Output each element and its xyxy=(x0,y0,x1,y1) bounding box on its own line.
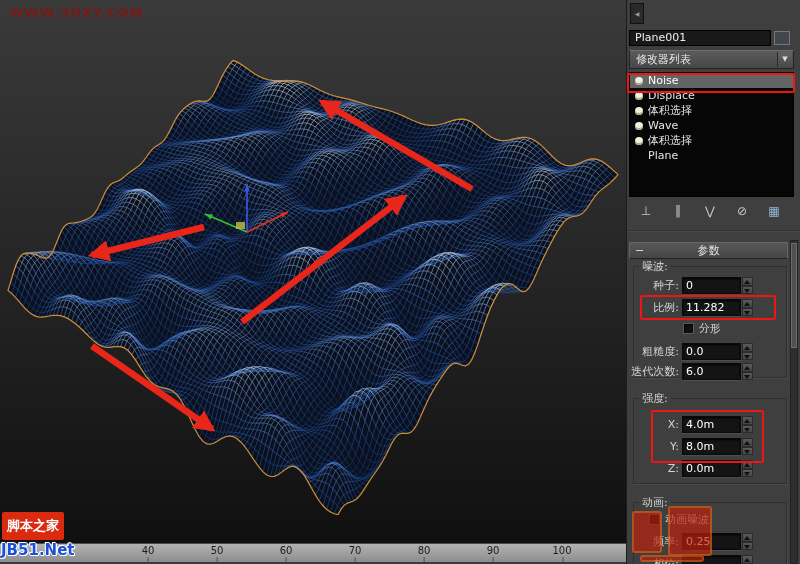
base-object-row-plane[interactable]: Plane xyxy=(630,148,793,163)
spinner-down-icon xyxy=(742,447,753,456)
roughness-spinner[interactable] xyxy=(742,343,753,360)
spinner-down-icon xyxy=(742,425,753,434)
spinner-up-icon xyxy=(742,416,753,425)
scale-spinner[interactable] xyxy=(742,299,753,316)
frequency-spinner[interactable] xyxy=(742,533,753,550)
panel-divider xyxy=(627,230,800,232)
modifier-stack: Noise Displace 体积选择 Wave 体积选择 Plane xyxy=(629,72,794,197)
phase-input[interactable] xyxy=(682,555,741,564)
strength-x-label: X: xyxy=(629,416,679,433)
pin-icon: ⊥ xyxy=(641,204,651,218)
bulb-icon[interactable] xyxy=(635,137,643,145)
panel-scrollbar-thumb[interactable] xyxy=(791,243,797,348)
animate-noise-label: 动画噪波 xyxy=(665,513,709,526)
spinner-down-icon xyxy=(742,286,753,295)
animation-group-label: 动画: xyxy=(639,495,671,510)
modifier-row-volselect-2[interactable]: 体积选择 xyxy=(630,133,793,148)
show-end-result-button[interactable]: ‖ xyxy=(665,201,691,221)
spinner-down-icon xyxy=(742,308,753,317)
timeline-tick: 40 xyxy=(142,545,155,556)
strength-z-label: Z: xyxy=(629,460,679,477)
jb51-logo: 脚本之家 JB51.Net xyxy=(0,510,90,564)
bulb-icon[interactable] xyxy=(635,77,643,85)
modifier-list-dropdown[interactable]: 修改器列表 ▼ xyxy=(629,50,794,69)
spinner-up-icon xyxy=(742,299,753,308)
collapse-icon: − xyxy=(635,243,644,258)
timeline-ruler[interactable]: 40 50 60 70 80 90 100 xyxy=(0,543,626,562)
spinner-up-icon xyxy=(742,460,753,469)
spinner-up-icon xyxy=(742,533,753,542)
iterations-spinner[interactable] xyxy=(742,363,753,380)
parameters-rollout-header[interactable]: − 参数 xyxy=(629,242,788,259)
spinner-up-icon xyxy=(742,363,753,372)
timeline-tick: 100 xyxy=(552,545,571,556)
spinner-up-icon xyxy=(742,277,753,286)
iterations-label: 迭代次数: xyxy=(629,363,679,380)
panel-collapse-button[interactable]: ◀ xyxy=(630,3,644,24)
panel-scrollbar[interactable] xyxy=(790,240,798,564)
spinner-up-icon xyxy=(742,438,753,447)
spinner-down-icon xyxy=(742,352,753,361)
modifier-row-noise[interactable]: Noise xyxy=(630,73,793,88)
configure-sets-icon: ▦ xyxy=(768,204,779,218)
scale-label: 比例: xyxy=(629,299,679,316)
phase-spinner[interactable] xyxy=(742,555,753,564)
roughness-label: 粗糙度: xyxy=(629,343,679,360)
scale-input[interactable]: 11.282 xyxy=(682,299,741,316)
object-name-field[interactable]: Plane001 xyxy=(629,30,771,46)
make-unique-icon: ⋁ xyxy=(705,204,715,218)
animate-noise-checkbox[interactable] xyxy=(649,514,660,525)
spinner-down-icon xyxy=(742,542,753,551)
modifier-row-displace[interactable]: Displace xyxy=(630,88,793,103)
fractal-label: 分形 xyxy=(699,322,721,335)
timeline-tick: 50 xyxy=(211,545,224,556)
configure-modifier-sets-button[interactable]: ▦ xyxy=(761,201,787,221)
bulb-icon[interactable] xyxy=(635,107,643,115)
fractal-checkbox[interactable] xyxy=(683,323,694,334)
spinner-down-icon xyxy=(742,372,753,381)
bulb-icon[interactable] xyxy=(635,122,643,130)
trash-icon: ⊘ xyxy=(737,204,747,218)
chevron-down-icon[interactable]: ▼ xyxy=(777,52,792,67)
modifier-row-volselect-1[interactable]: 体积选择 xyxy=(630,103,793,118)
timeline-tick: 60 xyxy=(280,545,293,556)
strength-z-spinner[interactable] xyxy=(742,460,753,477)
frequency-input[interactable]: 0.25 xyxy=(682,533,741,550)
strength-x-spinner[interactable] xyxy=(742,416,753,433)
spinner-up-icon xyxy=(742,343,753,352)
pin-stack-button[interactable]: ⊥ xyxy=(633,201,659,221)
rollout-title: 参数 xyxy=(698,244,720,257)
timeline-tick: 80 xyxy=(418,545,431,556)
show-end-result-icon: ‖ xyxy=(675,204,681,218)
bulb-icon[interactable] xyxy=(635,92,643,100)
strength-y-label: Y: xyxy=(629,438,679,455)
site-watermark: WWW.3DXY.COM xyxy=(9,5,143,20)
strength-group-label: 强度: xyxy=(639,391,671,406)
app-window: WWW.3DXY.COM 40 50 60 70 80 90 100 ◀ Pla… xyxy=(0,0,800,564)
make-unique-button[interactable]: ⋁ xyxy=(697,201,723,221)
frequency-label: 频率: xyxy=(629,533,679,550)
roughness-input[interactable]: 0.0 xyxy=(682,343,741,360)
timeline-tick: 90 xyxy=(487,545,500,556)
strength-y-input[interactable]: 8.0m xyxy=(682,438,741,455)
iterations-input[interactable]: 6.0 xyxy=(682,363,741,380)
collapse-arrow-icon: ◀ xyxy=(635,10,640,17)
remove-modifier-button[interactable]: ⊘ xyxy=(729,201,755,221)
phase-label: 相位: xyxy=(629,555,679,564)
strength-x-input[interactable]: 4.0m xyxy=(682,416,741,433)
seed-spinner[interactable] xyxy=(742,277,753,294)
strength-z-input[interactable]: 0.0m xyxy=(682,460,741,477)
command-panel: ◀ Plane001 修改器列表 ▼ Noise Displace 体积选择 W… xyxy=(626,0,800,564)
seed-label: 种子: xyxy=(629,277,679,294)
jb51-logo-text: 脚本之家 xyxy=(2,512,64,540)
viewport[interactable]: WWW.3DXY.COM xyxy=(0,0,626,543)
stack-toolbar: ⊥ ‖ ⋁ ⊘ ▦ xyxy=(629,199,794,223)
noise-group-label: 噪波: xyxy=(639,259,671,274)
strength-y-spinner[interactable] xyxy=(742,438,753,455)
spinner-up-icon xyxy=(742,555,753,564)
jb51-site-text: JB51.Net xyxy=(1,541,74,559)
viewport-canvas[interactable] xyxy=(0,0,626,543)
seed-input[interactable]: 0 xyxy=(682,277,741,294)
object-color-swatch[interactable] xyxy=(774,31,790,45)
modifier-row-wave[interactable]: Wave xyxy=(630,118,793,133)
